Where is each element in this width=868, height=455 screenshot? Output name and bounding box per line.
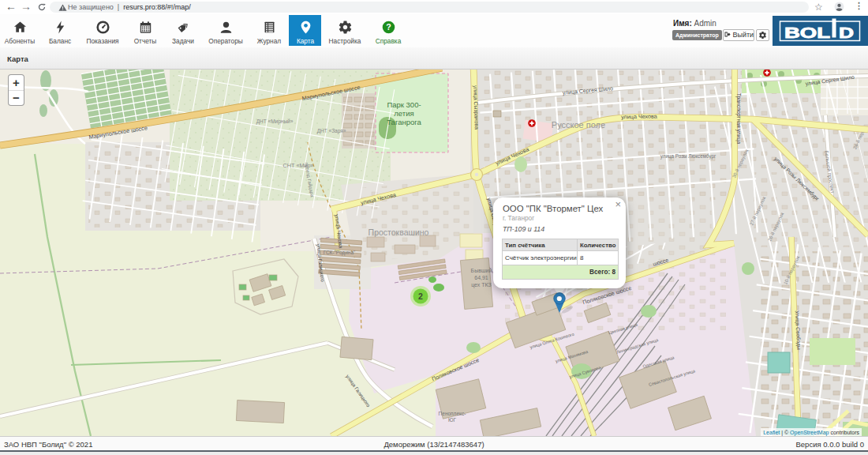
svg-text:Простоквашино: Простоквашино [369, 228, 429, 237]
svg-text:2: 2 [418, 291, 423, 301]
svg-text:летия: летия [394, 109, 413, 118]
svg-text:ДНТ «Заря»: ДНТ «Заря» [317, 128, 346, 134]
svg-text:ГСК-"Родина": ГСК-"Родина" [324, 250, 356, 256]
svg-text:улица Чехова: улица Чехова [621, 113, 657, 121]
svg-text:Пеноплекс-: Пеноплекс- [439, 411, 466, 416]
svg-text:?: ? [386, 22, 391, 32]
svg-text:цех ТКЗ: цех ТКЗ [471, 282, 492, 288]
svg-text:ДНТ «Мирный»: ДНТ «Мирный» [256, 118, 294, 125]
svg-text:Таганрога: Таганрога [387, 118, 421, 126]
svg-text:Парк 300-: Парк 300- [387, 100, 421, 109]
svg-text:улица Розы Люксембург: улица Розы Люксембург [660, 153, 716, 160]
svg-text:D: D [839, 24, 854, 41]
svg-text:BOL: BOL [784, 24, 831, 41]
svg-text:Бывший: Бывший [471, 268, 492, 273]
svg-text:64,91: 64,91 [474, 275, 488, 280]
svg-text:ЮГ: ЮГ [448, 417, 457, 423]
svg-text:Транспортная улица: Транспортная улица [735, 93, 742, 145]
svg-text:Русское поле: Русское поле [552, 120, 605, 130]
